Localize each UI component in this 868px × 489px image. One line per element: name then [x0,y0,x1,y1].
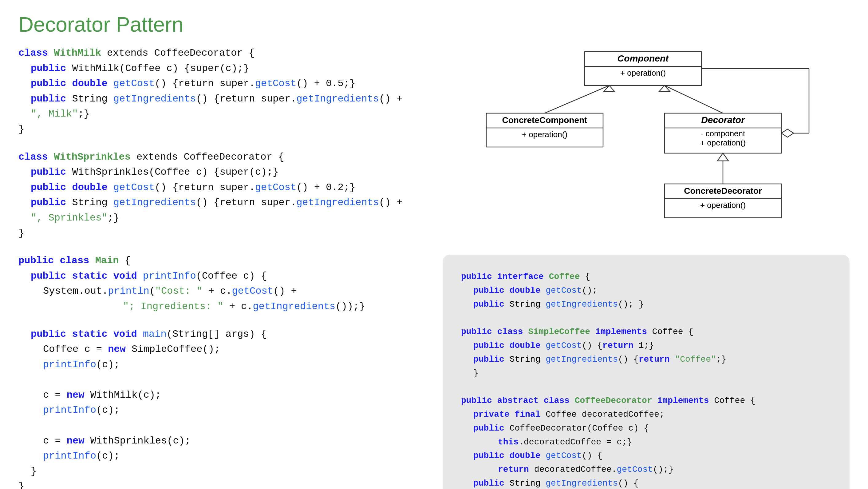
svg-line-19 [664,86,723,113]
svg-marker-20 [659,86,670,92]
svg-text:Component: Component [618,53,670,63]
svg-text:Decorator: Decorator [701,115,745,125]
svg-marker-18 [604,86,615,92]
svg-text:ConcreteComponent: ConcreteComponent [502,115,587,125]
svg-marker-22 [717,153,728,161]
code-block-withmilk: class WithMilk extends CoffeeDecorator {… [19,46,418,137]
code-block-withsprinkles: class WithSprinkles extends CoffeeDecora… [19,149,418,241]
svg-marker-26 [781,129,794,137]
right-panel: Component + operation() ConcreteComponen… [443,46,849,489]
left-code-panel: class WithMilk extends CoffeeDecorator {… [19,46,418,489]
uml-diagram: Component + operation() ConcreteComponen… [443,46,849,236]
svg-text:+ operation(): + operation() [522,130,567,139]
svg-text:+ operation(): + operation() [700,138,746,147]
svg-text:- component: - component [701,129,745,138]
code-block-mainmethod: public static void main(String[] args) {… [19,326,418,489]
page-title: Decorator Pattern [0,0,868,46]
code-block-main: public class Main { public static void p… [19,253,418,314]
svg-text:+ operation(): + operation() [700,201,746,210]
code-card: public interface Coffee { public double … [443,255,849,489]
svg-text:ConcreteDecorator: ConcreteDecorator [684,186,762,196]
svg-text:+ operation(): + operation() [620,68,666,78]
svg-line-17 [545,86,609,113]
